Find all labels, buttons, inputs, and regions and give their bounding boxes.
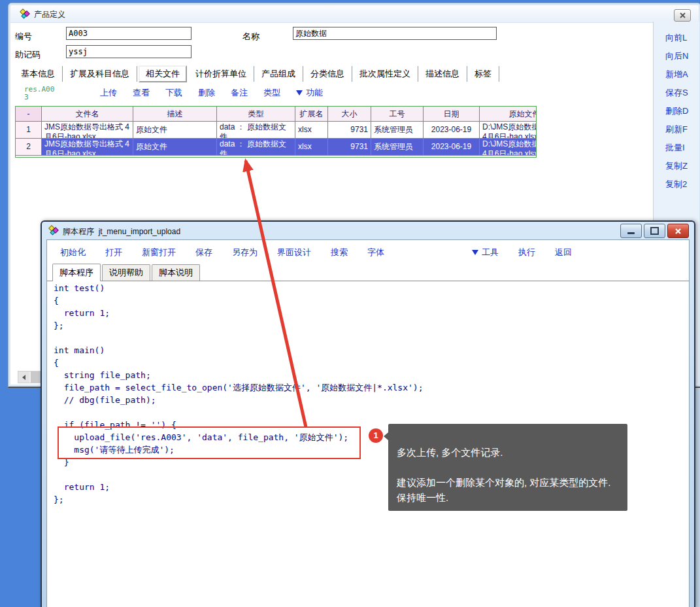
annotation-highlight-box [58, 426, 361, 459]
upload-button[interactable]: 上传 [100, 87, 117, 99]
file-table: - 文件名 描述 类型 扩展名 大小 工号 日期 原始文件名 1 JMS原始数据… [15, 106, 537, 158]
row2-original-file-cell[interactable]: D:\JMS原始数据导出格式 4月6日-hao.xlsx [480, 139, 537, 156]
tab-description-info[interactable]: 描述信息 [418, 66, 467, 82]
script-toolbar: 初始化 打开 新窗打开 保存 另存为 界面设计 搜索 字体 工具 执行 返回 [60, 247, 572, 258]
tab-batch-attribute-definition[interactable]: 批次属性定义 [352, 66, 418, 82]
row1-index-cell[interactable]: 1 [16, 122, 42, 139]
row1-filename-cell[interactable]: JMS原始数据导出格式 4月6日-hao.xlsx [42, 122, 133, 139]
copy2-button[interactable]: 复制2 [665, 179, 687, 190]
search-button[interactable]: 搜索 [331, 247, 348, 258]
back-button[interactable]: 返回 [555, 247, 572, 258]
tab-help-notes[interactable]: 说明帮助 [102, 264, 150, 281]
name-field-input[interactable] [293, 27, 497, 40]
view-button[interactable]: 查看 [133, 87, 150, 99]
type-button[interactable]: 类型 [263, 87, 280, 99]
init-button[interactable]: 初始化 [60, 247, 86, 258]
tools-menu-button[interactable]: 工具 [472, 247, 499, 258]
script-window-title: 脚本程序 jt_menu_import_upload [63, 226, 180, 237]
file-toolbar: 上传 查看 下载 删除 备注 类型 功能 [100, 87, 323, 99]
script-window-titlebar[interactable]: 脚本程序 jt_menu_import_upload [42, 222, 694, 239]
tab-related-files[interactable]: 相关文件 [139, 65, 187, 82]
row1-type-cell[interactable]: data ： 原始数据文件 [217, 122, 295, 139]
open-new-window-button[interactable]: 新窗打开 [142, 247, 176, 258]
restore-icon[interactable] [644, 224, 665, 238]
code-field-input[interactable] [66, 27, 192, 40]
save-button[interactable]: 保存S [665, 87, 688, 99]
batch-button[interactable]: 批量I [665, 142, 685, 154]
row1-date-cell[interactable]: 2023-06-19 [424, 122, 480, 139]
row2-type-cell[interactable]: data ： 原始数据文件 [217, 139, 295, 156]
row2-size-cell[interactable]: 9731 [328, 139, 371, 156]
col-header-date[interactable]: 日期 [424, 107, 480, 122]
tooltip-text: 多次上传, 多个文件记录. 建议添加一个删除某个对象的, 对应某类型的文件. 保… [397, 447, 611, 503]
delete-record-button[interactable]: 删除D [665, 105, 688, 117]
tab-classification-info[interactable]: 分类信息 [303, 66, 352, 82]
script-tab-bar: 脚本程序 说明帮助 脚本说明 [47, 265, 689, 281]
delete-button[interactable]: 删除 [198, 87, 215, 99]
script-editor-window: 脚本程序 jt_menu_import_upload 初始化 打开 新窗打开 保… [41, 220, 695, 607]
row1-description-cell[interactable]: 原始文件 [133, 122, 217, 139]
col-header-type[interactable]: 类型 [217, 107, 295, 122]
tab-extended-subject-info[interactable]: 扩展及科目信息 [63, 66, 137, 82]
desktop: 产品定义 编号 名称 助记码 基本信息 扩展及科目信息 相关文件 计价折算单位 … [0, 0, 700, 607]
name-field-label: 名称 [242, 31, 259, 43]
col-header-filename[interactable]: 文件名 [42, 107, 133, 122]
tab-basic-info[interactable]: 基本信息 [14, 66, 63, 82]
remark-button[interactable]: 备注 [231, 87, 248, 99]
dropdown-arrow-icon [296, 90, 303, 95]
tools-menu-label: 工具 [482, 247, 499, 258]
row1-operator-cell[interactable]: 系统管理员 [371, 122, 424, 139]
row2-ext-cell[interactable]: xlsx [295, 139, 328, 156]
product-window-titlebar[interactable]: 产品定义 [10, 5, 699, 23]
tab-product-composition[interactable]: 产品组成 [254, 66, 303, 82]
download-button[interactable]: 下载 [165, 87, 182, 99]
run-button[interactable]: 执行 [518, 247, 535, 258]
tab-script-description[interactable]: 脚本说明 [152, 264, 200, 281]
resource-id-label: res.A003 [24, 86, 56, 101]
row2-date-cell[interactable]: 2023-06-19 [424, 139, 480, 156]
tab-label[interactable]: 标签 [467, 66, 499, 82]
minimize-icon[interactable] [620, 224, 642, 238]
row2-operator-cell[interactable]: 系统管理员 [371, 139, 424, 156]
row2-filename-cell[interactable]: JMS原始数据导出格式 4月6日-hao.xlsx [42, 139, 133, 156]
col-header-ext[interactable]: 扩展名 [295, 107, 328, 122]
tooltip-notch [384, 432, 388, 440]
scroll-left-icon[interactable] [18, 372, 29, 383]
col-header-description[interactable]: 描述 [133, 107, 217, 122]
row1-original-file-cell[interactable]: D:\JMS原始数据导出格式 4月6日-hao.xlsx [480, 122, 537, 139]
product-window-close-icon[interactable] [674, 9, 691, 22]
functions-menu-label: 功能 [306, 87, 323, 99]
product-tab-bar: 基本信息 扩展及科目信息 相关文件 计价折算单位 产品组成 分类信息 批次属性定… [14, 65, 499, 82]
tab-script-program[interactable]: 脚本程序 [52, 264, 101, 281]
row1-ext-cell[interactable]: xlsx [295, 122, 328, 139]
font-button[interactable]: 字体 [367, 247, 384, 258]
row1-size-cell[interactable]: 9731 [328, 122, 371, 139]
mnemonic-field-input[interactable] [66, 45, 192, 58]
tab-pricing-conversion-unit[interactable]: 计价折算单位 [188, 66, 254, 82]
annotation-tooltip: 多次上传, 多个文件记录. 建议添加一个删除某个对象的, 对应某类型的文件. 保… [388, 424, 627, 511]
save-as-button[interactable]: 另存为 [232, 247, 258, 258]
previous-button[interactable]: 向前L [665, 32, 687, 44]
product-window-title: 产品定义 [34, 9, 65, 20]
close-icon[interactable] [667, 224, 689, 238]
row2-index-cell[interactable]: 2 [16, 139, 42, 156]
mnemonic-field-label: 助记码 [15, 49, 41, 61]
col-header-index[interactable]: - [16, 107, 42, 122]
open-button[interactable]: 打开 [105, 247, 122, 258]
col-header-original-file[interactable]: 原始文件名 [480, 107, 537, 122]
code-field-label: 编号 [15, 31, 32, 43]
add-button[interactable]: 新增A [665, 69, 688, 80]
app-diamond-icon [48, 225, 59, 235]
copy-button[interactable]: 复制Z [665, 160, 688, 172]
row2-description-cell[interactable]: 原始文件 [133, 139, 217, 156]
functions-menu-button[interactable]: 功能 [296, 87, 323, 99]
save-script-button[interactable]: 保存 [195, 247, 212, 258]
app-diamond-icon [20, 9, 30, 19]
script-window-content: 初始化 打开 新窗打开 保存 另存为 界面设计 搜索 字体 工具 执行 返回 脚… [46, 239, 690, 607]
refresh-button[interactable]: 刷新F [665, 124, 688, 135]
next-button[interactable]: 向后N [665, 50, 688, 62]
col-header-operator[interactable]: 工号 [371, 107, 424, 122]
col-header-size[interactable]: 大小 [328, 107, 371, 122]
ui-design-button[interactable]: 界面设计 [277, 247, 311, 258]
script-code-editor[interactable]: int test() { return 1; }; int main() { s… [54, 282, 424, 506]
